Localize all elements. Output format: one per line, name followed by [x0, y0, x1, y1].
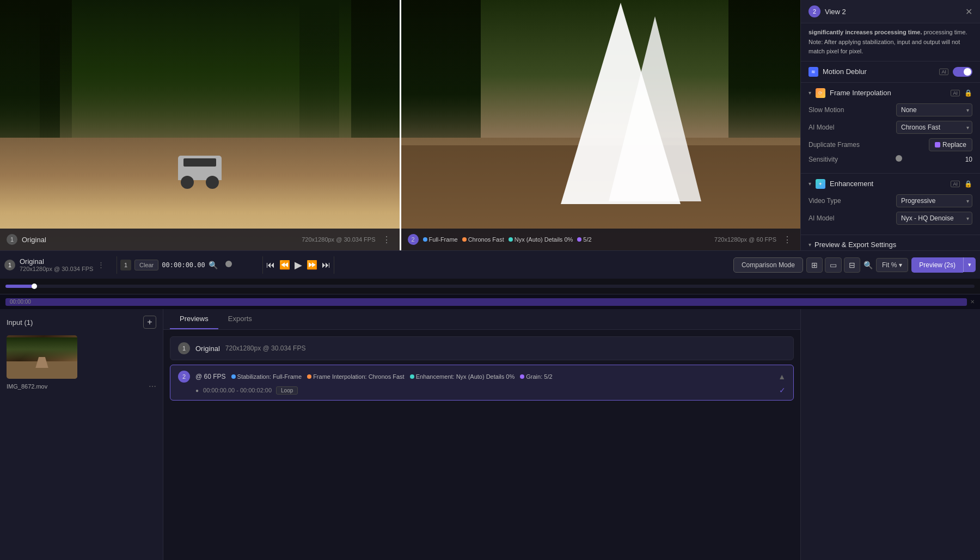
frame-interp-chevron[interactable]: ▾	[808, 90, 811, 96]
preview-item-1-meta: 720x1280px @ 30.034 FPS	[225, 344, 306, 352]
sensitivity-label: Sensitivity	[808, 156, 838, 163]
clip1-more[interactable]: ⋮	[97, 261, 105, 269]
right-panel-header: 2 View 2 ✕	[801, 0, 980, 23]
loop-button[interactable]: Loop	[276, 386, 298, 395]
zoom-in-icon[interactable]: 🔍	[863, 261, 873, 269]
scrubber-track[interactable]	[5, 285, 975, 288]
close-view2-button[interactable]: ✕	[965, 7, 972, 17]
view2-number: 2	[808, 5, 820, 17]
preview-button[interactable]: Preview (2s)	[911, 257, 963, 273]
timeline-scrubber	[0, 279, 980, 294]
sensitivity-row: Sensitivity 10	[808, 156, 972, 163]
ai-model-row-enhance: AI Model Nyx - HQ Denoise	[808, 212, 972, 225]
time-dot-icon: ●	[195, 387, 199, 393]
scrubber-handle[interactable]	[32, 284, 37, 289]
video-type-select[interactable]: Progressive	[896, 194, 972, 207]
right-panel-more[interactable]: ⋮	[781, 232, 794, 247]
comparison-mode-button[interactable]: Comparison Mode	[733, 257, 803, 273]
right-badge-grain: 5/2	[577, 236, 591, 243]
sensitivity-slider[interactable]	[843, 158, 954, 161]
input-item: IMG_8672.mov ⋯	[7, 335, 156, 391]
right-settings-panel: 2 View 2 ✕ significantly increases proce…	[800, 0, 980, 250]
grid-view-btn[interactable]: ⊞	[806, 257, 823, 273]
preview-item-2-collapse-btn[interactable]: ▲	[778, 372, 786, 381]
playback-controls: ⏮ ⏪ ▶ ⏩ ⏭	[266, 259, 330, 271]
timecode-section: 1 Clear 00:00:00.00 🔍	[120, 260, 259, 270]
white-triangle-1	[561, 3, 681, 204]
frame-interp-ai: AI	[951, 90, 960, 96]
slow-motion-select[interactable]: None	[896, 103, 972, 116]
enhancement-icon: ✦	[816, 179, 825, 189]
enhancement-lock: 🔒	[964, 180, 972, 188]
clip-track-close: ✕	[970, 299, 975, 305]
play-button[interactable]: ▶	[295, 259, 302, 271]
right-clip-number: 2	[408, 234, 419, 245]
slow-motion-label: Slow Motion	[808, 106, 844, 114]
ai-model-select-interp[interactable]: Chronos Fast	[896, 121, 972, 134]
center-panel: Previews Exports 1 Original 720x1280px @…	[163, 309, 800, 560]
dual-view-btn[interactable]: ⊟	[844, 257, 860, 273]
frame-interp-lock: 🔒	[964, 89, 972, 97]
motion-deblur-section: ≋ Motion Deblur AI	[801, 61, 980, 83]
slow-motion-row: Slow Motion None	[808, 103, 972, 116]
frame-interpolation-section: ▾ ⟳ Frame Interpolation AI 🔒 Slow Motion…	[801, 83, 980, 174]
video-panel-left: 1 Original 720x1280px @ 30.034 FPS ⋮	[0, 0, 400, 250]
badge-stabilization: Stabilization: Full-Frame	[231, 373, 302, 380]
tab-exports[interactable]: Exports	[218, 309, 262, 329]
view-mode-buttons: ⊞ ▭ ⊟	[806, 257, 860, 273]
badge-enhancement: Enhancement: Nyx (Auto) Details 0%	[410, 373, 515, 380]
left-clip-info: 1 Original 720x1280px @ 30.034 FPS ⋮	[4, 257, 113, 272]
slow-motion-select-wrapper[interactable]: None	[896, 103, 972, 116]
left-clip-number: 1	[7, 234, 17, 245]
step-back-button[interactable]: ⏪	[279, 260, 290, 270]
right-panel-info-bar: 2 Full-Frame Chronos Fast Nyx (Auto) Det…	[401, 229, 801, 250]
preview-item-1-number: 1	[178, 342, 190, 354]
badge-frame-interp: Frame Interpolation: Chronos Fast	[307, 373, 405, 380]
clip1-res: 720x1280px @ 30.034 FPS	[20, 266, 93, 272]
ai-model-select-enhance[interactable]: Nyx - HQ Denoise	[896, 212, 972, 225]
step-fwd-button[interactable]: ⏩	[307, 260, 317, 270]
sensitivity-slider-wrapper: 10	[843, 156, 972, 163]
motion-deblur-label: Motion Deblur	[823, 67, 935, 76]
preview-export-chevron[interactable]: ▾	[808, 242, 811, 248]
scrubber-fill	[5, 285, 34, 288]
preview-export-section: ▾ Preview & Export Settings Output Type …	[801, 235, 980, 250]
preview-export-title: Preview & Export Settings	[814, 241, 896, 249]
tab-previews[interactable]: Previews	[170, 309, 218, 329]
clip-time-display: 00:00:00	[10, 299, 31, 305]
right-badge-chronos: Chronos Fast	[462, 236, 504, 243]
ai-model-select-wrapper-interp[interactable]: Chronos Fast	[896, 121, 972, 134]
left-panel-info-bar: 1 Original 720x1280px @ 30.034 FPS ⋮	[0, 229, 400, 250]
fit-select[interactable]: Fit % ▾	[876, 258, 908, 272]
right-panel-res: 720x1280px @ 60 FPS	[714, 236, 776, 243]
clip-track-bar: 00:00:00	[5, 298, 967, 306]
file-more-icon[interactable]: ⋯	[149, 382, 156, 391]
enhancement-chevron[interactable]: ▾	[808, 181, 811, 187]
preview-dropdown-btn[interactable]: ▾	[963, 257, 976, 272]
search-icon[interactable]: 🔍	[209, 261, 218, 269]
motion-deblur-toggle[interactable]	[953, 67, 972, 77]
video-type-select-wrapper[interactable]: Progressive	[896, 194, 972, 207]
replace-button[interactable]: Replace	[929, 138, 972, 151]
zoom-slider[interactable]	[221, 263, 259, 267]
single-view-btn[interactable]: ▭	[825, 257, 842, 273]
grain-dot	[520, 374, 524, 379]
clear-button[interactable]: Clear	[134, 260, 158, 270]
preview-item-2-number: 2	[178, 371, 190, 383]
video-scene-left	[0, 0, 400, 250]
left-panel-res: 720x1280px @ 30.034 FPS	[302, 236, 375, 243]
preview-export-title-row: ▾ Preview & Export Settings	[808, 241, 896, 249]
left-panel-more[interactable]: ⋮	[380, 232, 393, 247]
preview-item-1-label: Original	[195, 344, 220, 353]
fit-chevron-icon: ▾	[899, 261, 902, 269]
preview-time-range: 00:00:00.00 - 00:00:02:00	[203, 387, 272, 393]
right-badge-fullframe: Full-Frame	[423, 236, 458, 243]
controls-divider-3	[334, 256, 334, 274]
input-panel-title: Input (1)	[7, 318, 33, 327]
ai-model-select-wrapper-enhance[interactable]: Nyx - HQ Denoise	[896, 212, 972, 225]
enhancement-label: Enhancement	[830, 180, 946, 188]
skip-end-button[interactable]: ⏭	[322, 260, 330, 270]
skip-start-button[interactable]: ⏮	[266, 260, 275, 270]
preview-item-1: 1 Original 720x1280px @ 30.034 FPS	[170, 336, 794, 360]
add-input-button[interactable]: +	[143, 316, 156, 329]
